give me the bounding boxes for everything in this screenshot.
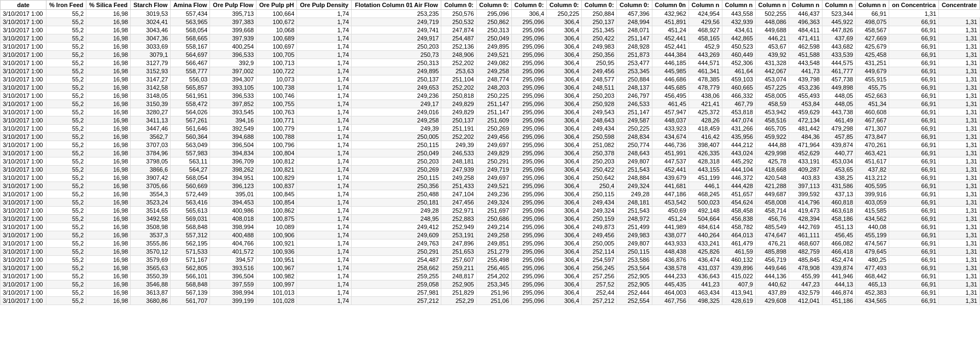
- main-container: date% Iron Feed% Silica FeedStarch FlowA…: [0, 0, 980, 345]
- cell-r34-c22: 66,91: [889, 289, 939, 297]
- cell-r0-c8: 253,235: [352, 10, 441, 18]
- cell-r3-c4: 568,665: [171, 34, 210, 43]
- cell-r18-c3: 3798,05: [131, 157, 171, 166]
- cell-r27-c10: 249,258: [476, 231, 511, 239]
- cell-r25-c23: 1,31: [939, 215, 980, 223]
- cell-r14-c10: 250,269: [476, 125, 511, 133]
- cell-r8-c21: 455,915: [855, 75, 889, 84]
- cell-r0-c2: 16,98: [86, 10, 131, 18]
- cell-r31-c9: 259,211: [441, 264, 476, 272]
- cell-r15-c4: 560,364: [171, 133, 210, 141]
- cell-r20-c7: 1,74: [297, 174, 352, 182]
- table-row: 3/10/2017 1:0055,216,983447,46561,646392…: [1, 125, 980, 133]
- cell-r6-c12: 306,4: [547, 59, 582, 67]
- cell-r18-c11: 295,096: [511, 157, 546, 166]
- cell-r0-c12: 250,225: [547, 10, 582, 18]
- cell-r17-c1: 55,2: [46, 149, 86, 157]
- cell-r28-c21: 474,567: [855, 239, 889, 248]
- cell-r24-c14: 251,543: [617, 207, 652, 215]
- cell-r23-c12: 306,4: [547, 198, 582, 207]
- cell-r9-c20: 449,898: [822, 84, 855, 92]
- cell-r21-c4: 560,669: [171, 182, 210, 190]
- cell-r31-c15: 438,578: [652, 264, 689, 272]
- cell-r25-c20: 458,186: [822, 215, 855, 223]
- cell-r4-c9: 252,136: [441, 43, 476, 51]
- cell-r11-c18: 458,59: [755, 100, 789, 108]
- cell-r25-c14: 248,972: [617, 215, 652, 223]
- cell-r24-c10: 251,697: [476, 207, 511, 215]
- cell-r3-c1: 55,2: [46, 34, 86, 43]
- cell-r33-c19: 447,23: [789, 280, 822, 289]
- cell-r9-c9: 252,202: [441, 84, 476, 92]
- cell-r3-c6: 100,689: [256, 34, 297, 43]
- cell-r20-c16: 451,199: [689, 174, 722, 182]
- cell-r26-c9: 252,949: [441, 223, 476, 231]
- cell-r6-c22: 66,91: [889, 59, 939, 67]
- table-row: 3/10/2017 1:0055,216,983280,27564,026393…: [1, 108, 980, 116]
- cell-r1-c5: 397,383: [210, 18, 256, 26]
- cell-r21-c11: 295,096: [511, 182, 546, 190]
- cell-r14-c4: 561,646: [171, 125, 210, 133]
- cell-r14-c21: 471,307: [855, 125, 889, 133]
- cell-r1-c6: 100,672: [256, 18, 297, 26]
- cell-r6-c7: 1,74: [297, 59, 352, 67]
- cell-r27-c17: 464,013: [722, 231, 755, 239]
- cell-r35-c1: 55,2: [46, 297, 86, 305]
- cell-r20-c4: 568,054: [171, 174, 210, 182]
- cell-r9-c1: 55,2: [46, 84, 86, 92]
- cell-r15-c20: 457,85: [822, 133, 855, 141]
- cell-r1-c16: 429,56: [689, 18, 722, 26]
- cell-r34-c17: 413,941: [722, 289, 755, 297]
- cell-r25-c19: 428,394: [789, 215, 822, 223]
- cell-r0-c21: 66,91: [855, 10, 889, 18]
- cell-r7-c1: 55,2: [46, 67, 86, 75]
- cell-r16-c12: 306,4: [547, 141, 582, 149]
- cell-r17-c13: 250,378: [582, 149, 617, 157]
- cell-r16-c6: 100,796: [256, 141, 297, 149]
- cell-r30-c7: 1,74: [297, 256, 352, 264]
- cell-r7-c10: 249,258: [476, 67, 511, 75]
- cell-r6-c9: 252,202: [441, 59, 476, 67]
- column-header-3: Starch Flow: [131, 1, 171, 10]
- cell-r33-c8: 259,058: [352, 280, 441, 289]
- cell-r6-c4: 566,467: [171, 59, 210, 67]
- cell-r27-c7: 1,74: [297, 231, 352, 239]
- cell-r21-c5: 396,123: [210, 182, 256, 190]
- cell-r27-c3: 3537,3: [131, 231, 171, 239]
- cell-r28-c5: 404,766: [210, 239, 256, 248]
- cell-r23-c23: 1,31: [939, 198, 980, 207]
- cell-r21-c17: 444,428: [722, 182, 755, 190]
- cell-r4-c13: 249,983: [582, 43, 617, 51]
- cell-r19-c15: 452,441: [652, 166, 689, 174]
- cell-r13-c14: 249,587: [617, 116, 652, 125]
- cell-r29-c15: 448,438: [652, 248, 689, 256]
- cell-r14-c16: 418,459: [689, 125, 722, 133]
- cell-r26-c19: 442,769: [789, 223, 822, 231]
- cell-r19-c16: 443,155: [689, 166, 722, 174]
- cell-r6-c18: 431,328: [755, 59, 789, 67]
- table-row: 3/10/2017 1:0055,216,983613,87567,139398…: [1, 289, 980, 297]
- cell-r18-c15: 447,537: [652, 157, 689, 166]
- cell-r22-c15: 447,186: [652, 190, 689, 198]
- cell-r12-c17: 453,818: [722, 108, 755, 116]
- cell-r5-c2: 16,98: [86, 51, 131, 59]
- cell-r17-c8: 250,049: [352, 149, 441, 157]
- cell-r26-c4: 568,848: [171, 223, 210, 231]
- cell-r8-c22: 66,91: [889, 75, 939, 84]
- cell-r25-c22: 66,91: [889, 215, 939, 223]
- table-row: 3/10/2017 1:0055,216,983550,39566,101396…: [1, 272, 980, 280]
- cell-r30-c19: 485,845: [789, 256, 822, 264]
- cell-r3-c3: 3047,36: [131, 34, 171, 43]
- cell-r4-c8: 250,203: [352, 43, 441, 51]
- cell-r14-c13: 249,434: [582, 125, 617, 133]
- cell-r15-c21: 473,847: [855, 133, 889, 141]
- cell-r27-c22: 66,91: [889, 231, 939, 239]
- cell-r12-c5: 393,545: [210, 108, 256, 116]
- cell-r27-c21: 455,199: [855, 231, 889, 239]
- cell-r3-c13: 250,422: [582, 34, 617, 43]
- cell-r15-c16: 416,42: [689, 133, 722, 141]
- cell-r33-c14: 252,905: [617, 280, 652, 289]
- cell-r21-c12: 306,4: [547, 182, 582, 190]
- cell-r34-c20: 446,874: [822, 289, 855, 297]
- cell-r14-c6: 100,779: [256, 125, 297, 133]
